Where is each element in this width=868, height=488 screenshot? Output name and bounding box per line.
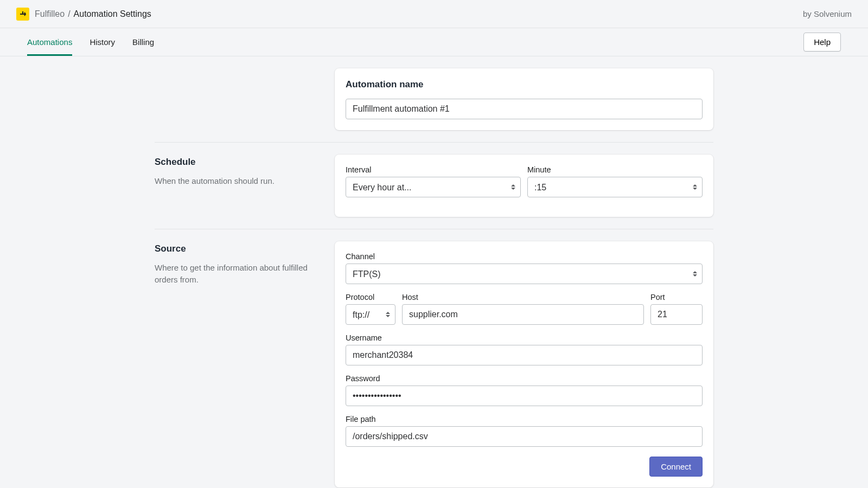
minute-select[interactable]: :15: [527, 177, 703, 197]
content-inner: Automation name Schedule When the automa…: [155, 56, 713, 488]
tab-automations[interactable]: Automations: [27, 28, 72, 56]
password-label: Password: [346, 374, 703, 383]
minute-label: Minute: [527, 165, 703, 174]
host-label: Host: [402, 293, 644, 301]
section-source: Source Where to get the information abou…: [155, 229, 713, 488]
tabs-bar: Automations History Billing Help: [0, 28, 868, 56]
tab-billing[interactable]: Billing: [132, 28, 154, 56]
header-left: Fulfilleo / Automation Settings: [16, 8, 151, 21]
schedule-heading: Schedule: [155, 157, 318, 168]
channel-label: Channel: [346, 252, 703, 261]
card-source: Channel FTP(S) Protocol: [335, 241, 713, 487]
card-title-automation-name: Automation name: [346, 79, 703, 90]
content-scroll[interactable]: Automation name Schedule When the automa…: [0, 56, 868, 488]
app-logo-icon: [16, 8, 29, 21]
password-input[interactable]: [346, 386, 703, 406]
card-schedule: Interval Every hour at...: [335, 155, 713, 217]
tab-history[interactable]: History: [90, 28, 115, 56]
tabs: Automations History Billing: [27, 28, 154, 56]
page-title: Automation Settings: [74, 9, 151, 19]
connect-button[interactable]: Connect: [649, 457, 703, 477]
port-input[interactable]: [650, 304, 703, 325]
section-schedule: Schedule When the automation should run.…: [155, 142, 713, 229]
source-heading: Source: [155, 243, 318, 254]
automation-name-input[interactable]: [346, 99, 703, 119]
app-header: Fulfilleo / Automation Settings by Solve…: [0, 0, 868, 28]
channel-select[interactable]: FTP(S): [346, 264, 703, 284]
filepath-input[interactable]: [346, 426, 703, 447]
protocol-select[interactable]: ftp://: [346, 304, 395, 325]
breadcrumb-separator: /: [68, 9, 70, 19]
card-automation-name: Automation name: [335, 68, 713, 130]
filepath-label: File path: [346, 415, 703, 423]
source-description: Where to get the information about fulfi…: [155, 262, 318, 286]
username-input[interactable]: [346, 345, 703, 365]
vendor-byline: by Solvenium: [803, 9, 852, 18]
host-input[interactable]: [402, 304, 644, 325]
breadcrumb: Fulfilleo / Automation Settings: [35, 9, 151, 19]
username-label: Username: [346, 333, 703, 342]
port-label: Port: [650, 293, 703, 301]
section-automation-name: Automation name: [155, 56, 713, 142]
help-button[interactable]: Help: [803, 33, 841, 52]
protocol-label: Protocol: [346, 293, 395, 301]
breadcrumb-app[interactable]: Fulfilleo: [35, 9, 65, 19]
interval-select[interactable]: Every hour at...: [346, 177, 521, 197]
schedule-description: When the automation should run.: [155, 175, 318, 187]
interval-label: Interval: [346, 165, 521, 174]
